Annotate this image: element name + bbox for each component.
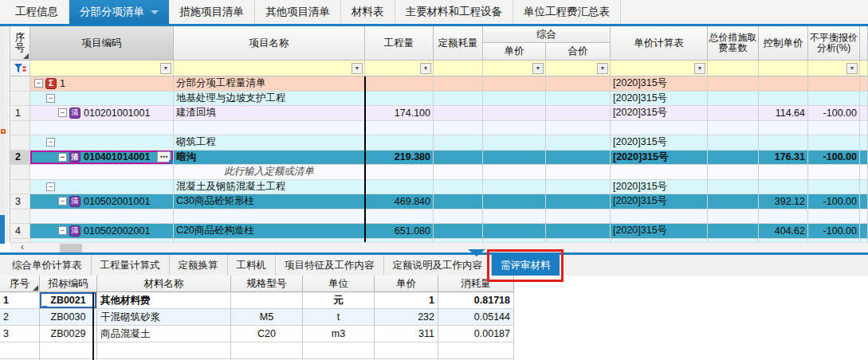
tab-main-materials-equipment[interactable]: 主要材料和工程设备 [395, 0, 514, 24]
col-usage[interactable]: 消耗量 [438, 276, 514, 292]
tab-overflow-icon[interactable] [468, 249, 485, 256]
table-row-selected[interactable]: 2 −清010401014001⋯ 暗沟 219.380 [2020]315号 … [10, 151, 868, 166]
tab-label: 措施项目清单 [179, 5, 244, 19]
filter-quantity[interactable]: ▼ [365, 61, 434, 76]
dropdown-icon[interactable]: ▼ [420, 63, 431, 74]
col-unit[interactable]: 单位 [303, 276, 375, 292]
filter-quota-usage[interactable] [434, 61, 483, 76]
filter-price-calc[interactable]: ▼ [611, 61, 708, 76]
table-row[interactable]: 3 −清010502001001 C30商品砼矩形柱 469.840 [2020… [10, 194, 868, 209]
horizontal-scrollbar-thumb[interactable] [60, 244, 82, 252]
material-row-empty[interactable] [0, 342, 514, 359]
price-calc-cell: [2020]315号 [611, 180, 708, 195]
item-name-cell: 分部分项工程量清单 [174, 76, 365, 92]
table-row[interactable]: 4 −清010502002001 C20商品砼构造柱 651.080 [2020… [10, 224, 868, 239]
table-row[interactable] [10, 209, 868, 225]
item-code-cell: −清010502001001 [30, 194, 174, 209]
col-unit-price[interactable]: 单价 [483, 43, 546, 61]
dropdown-icon[interactable]: ▼ [694, 63, 705, 74]
row-gutter [5, 26, 10, 242]
item-code-cell-selected[interactable]: −清010401014001⋯ [30, 151, 174, 166]
collapse-icon[interactable]: − [46, 182, 55, 191]
tab-item-features[interactable]: 项目特征及工作内容 [276, 255, 384, 276]
collapse-icon[interactable]: − [46, 138, 55, 147]
tab-quota-conversion[interactable]: 定额换算 [170, 255, 228, 276]
dropdown-icon[interactable]: ▼ [352, 63, 363, 74]
collapse-icon[interactable]: − [58, 153, 67, 162]
dropdown-icon[interactable]: ▼ [846, 63, 858, 74]
dropdown-icon[interactable]: ▼ [160, 63, 171, 74]
col-spec-model[interactable]: 规格型号 [231, 276, 303, 292]
col-unit-price[interactable]: 单价 [375, 276, 438, 292]
tab-quota-description[interactable]: 定额说明及工作内容 [384, 255, 493, 276]
col-quota-usage[interactable]: 定额耗量 [434, 26, 483, 61]
tab-material-table[interactable]: 材料表 [341, 0, 395, 24]
frozen-pane-divider [364, 76, 366, 242]
col-seq[interactable]: 序号 [10, 26, 30, 61]
chevron-down-icon[interactable] [151, 10, 159, 14]
tab-quantity-formula[interactable]: 工程量计算式 [92, 255, 170, 276]
material-row[interactable]: 2 ZB0030 干混砌筑砂浆 M5 t 232 0.05144 [0, 309, 514, 326]
col-imbalance-analysis[interactable]: 不平衡报价分析(%) [808, 26, 860, 61]
tab-unit-cost-summary[interactable]: 单位工程费汇总表 [513, 0, 621, 24]
material-row[interactable]: 1 ZB0021 其他材料费 元 1 0.81718 [0, 292, 514, 309]
filter-fee-base[interactable] [708, 61, 759, 76]
table-row[interactable]: 1 −清010201001001 建渣回填 174.100 [2020]315号… [10, 106, 868, 121]
table-row[interactable]: − 砌筑工程 [2020]315号 [10, 135, 868, 151]
collapse-icon[interactable]: − [46, 94, 55, 103]
filter-item-code[interactable]: ▼ [30, 61, 174, 76]
filter-funnel-cell[interactable] [10, 61, 30, 76]
item-name-cell: 暗沟 [174, 151, 365, 166]
filter-unit-price[interactable]: ▼ [483, 61, 546, 76]
col-item-name[interactable]: 项目名称 [174, 26, 365, 61]
table-row[interactable]: − 地基处理与边坡支护工程 [2020]315号 [10, 92, 868, 107]
frozen-pane-divider [92, 292, 94, 360]
price-calc-cell: [2020]315号 [611, 135, 708, 151]
tab-subitem-list[interactable]: 分部分项清单 [69, 0, 169, 24]
col-seq[interactable]: 序号 [0, 276, 40, 292]
dropdown-icon[interactable]: ▼ [532, 63, 544, 74]
col-control-price[interactable]: 控制单价 [759, 26, 808, 61]
collapse-icon[interactable]: − [58, 197, 67, 205]
main-table-header: 序号 项目编码 项目名称 工程量 定额耗量 综合 单价 合价 单价计算表 总价措… [10, 26, 868, 61]
col-material-name[interactable]: 材料名称 [97, 276, 231, 292]
col-total-price[interactable]: 合价 [546, 43, 611, 61]
app-window: 工程信息 分部分项清单 措施项目清单 其他项目清单 材料表 主要材料和工程设备 … [0, 0, 868, 360]
col-item-code[interactable]: 项目编码 [30, 26, 174, 61]
price-calc-cell: [2020]315号 [611, 224, 708, 239]
tab-label: 分部分项清单 [80, 5, 144, 19]
table-row[interactable] [10, 121, 868, 136]
more-button[interactable]: ⋯ [157, 151, 171, 162]
filter-control-price[interactable] [759, 61, 808, 76]
tab-other-list[interactable]: 其他项目清单 [255, 0, 341, 24]
tab-measure-list[interactable]: 措施项目清单 [169, 0, 255, 24]
col-measure-fee-base[interactable]: 总价措施取费基数 [708, 26, 759, 61]
collapse-icon[interactable]: − [58, 108, 67, 117]
current-row-marker [1, 129, 6, 134]
collapse-icon[interactable]: − [58, 226, 67, 235]
tab-review-materials[interactable]: 需评审材料 [492, 255, 560, 276]
item-code-cell: −Σ1 [30, 76, 174, 92]
tab-project-info[interactable]: 工程信息 [5, 0, 69, 24]
col-price-calc-table[interactable]: 单价计算表 [611, 26, 708, 61]
filter-item-name[interactable]: ▼ [174, 61, 365, 76]
col-quantity[interactable]: 工程量 [365, 26, 434, 61]
tab-unit-price-calc[interactable]: 综合单价计算表 [3, 255, 92, 276]
collapse-icon[interactable]: − [34, 79, 43, 88]
selected-cell[interactable]: ZB0021 [40, 292, 97, 309]
sigma-icon: Σ [45, 78, 57, 89]
dropdown-icon[interactable]: ▼ [597, 63, 608, 74]
col-composite-group[interactable]: 综合 [483, 26, 611, 43]
filter-total-price[interactable]: ▼ [546, 61, 611, 76]
tab-labor-material-machine[interactable]: 工料机 [228, 255, 277, 276]
item-name-cell: C20商品砼构造柱 [174, 224, 365, 239]
material-row[interactable]: 3 ZB0029 商品混凝土 C20 m3 311 0.00187 [0, 326, 514, 342]
table-row-hint[interactable]: 此行输入定额或清单 [10, 165, 868, 180]
filter-imbalance[interactable]: ▼ [808, 61, 860, 76]
table-row[interactable]: − 混凝土及钢筋混凝土工程 [2020]315号 [10, 180, 868, 195]
col-bid-code[interactable]: 招标编码 [40, 276, 97, 292]
horizontal-scrollbar[interactable]: ‹ [10, 242, 868, 252]
materials-table-header: 序号 招标编码 材料名称 规格型号 单位 单价 消耗量 [0, 276, 514, 292]
table-row[interactable]: −Σ1 分部分项工程量清单 [2020]315号 [10, 76, 868, 92]
item-code-cell: − [30, 135, 174, 151]
